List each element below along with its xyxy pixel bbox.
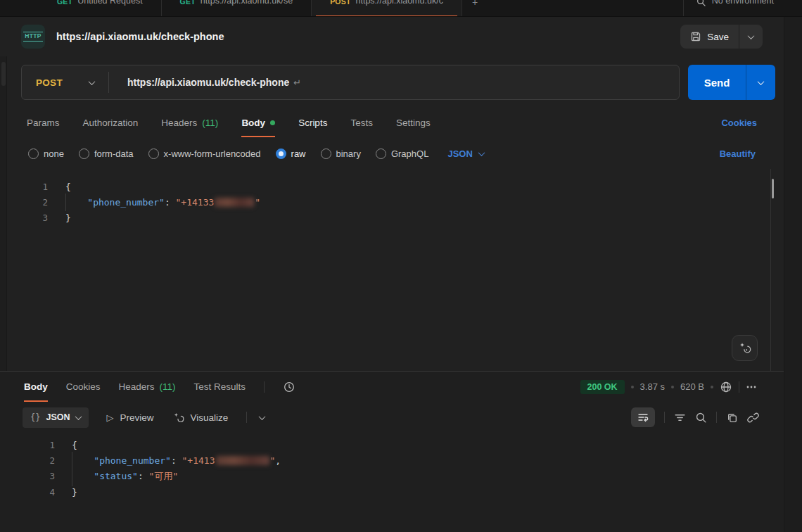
tab-settings[interactable]: Settings bbox=[396, 107, 431, 138]
url-input[interactable]: https://api.xiaomu.uk/check-phone↵ bbox=[109, 77, 301, 88]
link-icon bbox=[747, 412, 759, 424]
preview-button[interactable]: ▷ Preview bbox=[107, 412, 154, 423]
play-outline-icon: ▷ bbox=[107, 412, 114, 423]
tab-tests[interactable]: Tests bbox=[350, 107, 373, 138]
editor-scrollbar-thumb[interactable] bbox=[772, 179, 774, 198]
tab-body[interactable]: Body bbox=[241, 107, 275, 138]
method-selector[interactable]: POST bbox=[22, 77, 108, 88]
tab-label: https://api.xiaomu.uk/c bbox=[356, 0, 443, 6]
copy-response-button[interactable] bbox=[726, 412, 738, 424]
response-body-editor[interactable]: 1{2 "phone_number": "+1413",3 "status": … bbox=[0, 433, 784, 532]
filter-icon bbox=[674, 412, 686, 424]
redacted-value bbox=[216, 456, 269, 465]
radio-form-data[interactable]: form-data bbox=[79, 148, 134, 159]
tab-label: https://api.xiaomu.uk/se bbox=[200, 0, 293, 6]
send-button[interactable]: Send bbox=[688, 65, 746, 100]
new-tab-button[interactable]: + bbox=[472, 0, 478, 8]
search-response-button[interactable] bbox=[695, 412, 707, 424]
response-history-button[interactable] bbox=[283, 381, 295, 393]
divider bbox=[664, 412, 665, 423]
floppy-disk-icon bbox=[690, 31, 701, 42]
code-line: 3 "status": "可用" bbox=[0, 469, 784, 484]
tab-authorization[interactable]: Authorization bbox=[83, 107, 139, 138]
headers-count: (11) bbox=[202, 118, 218, 128]
chevron-down-icon bbox=[89, 78, 96, 85]
save-button[interactable]: Save bbox=[680, 25, 739, 49]
response-tab-cookies[interactable]: Cookies bbox=[66, 372, 101, 403]
code-line: 4} bbox=[0, 484, 784, 500]
radio-icon bbox=[321, 148, 331, 159]
method-value: POST bbox=[36, 77, 63, 88]
radio-graphql[interactable]: GraphQL bbox=[376, 148, 428, 159]
network-info-button[interactable] bbox=[720, 381, 732, 393]
filter-button[interactable] bbox=[674, 412, 686, 424]
url-row: POST https://api.xiaomu.uk/check-phone↵ … bbox=[0, 56, 784, 100]
api-client-window: GET Untitled Request GET https://api.xia… bbox=[0, 0, 802, 532]
format-value: JSON bbox=[46, 412, 70, 422]
save-label: Save bbox=[707, 32, 729, 42]
modified-dot-icon bbox=[270, 120, 275, 125]
radio-icon bbox=[148, 148, 159, 159]
send-split-button: Send bbox=[688, 65, 775, 100]
wrap-text-icon bbox=[637, 412, 649, 423]
divider bbox=[739, 381, 739, 393]
response-meta: 200 OK 3.87 s 620 B bbox=[580, 380, 760, 394]
response-more-options-button[interactable] bbox=[746, 381, 757, 393]
radio-x-www-form-urlencoded[interactable]: x-www-form-urlencoded bbox=[148, 148, 261, 159]
request-tabs: Params Authorization Headers (11) Body S… bbox=[0, 107, 784, 138]
request-tab-3-active[interactable]: POST https://api.xiaomu.uk/c bbox=[312, 0, 462, 17]
toolbar-chevron-down-icon[interactable] bbox=[259, 413, 266, 420]
request-title: https://api.xiaomu.uk/check-phone bbox=[56, 31, 224, 42]
chevron-down-icon bbox=[478, 149, 485, 156]
body-type-row: none form-data x-www-form-urlencoded raw… bbox=[0, 138, 784, 169]
response-tab-body[interactable]: Body bbox=[24, 372, 48, 403]
raw-format-selector[interactable]: JSON bbox=[447, 148, 483, 159]
radio-none[interactable]: none bbox=[28, 148, 64, 159]
status-badge[interactable]: 200 OK bbox=[580, 380, 625, 394]
wrap-text-button[interactable] bbox=[631, 407, 655, 427]
request-pane: HTTP https://api.xiaomu.uk/check-phone S… bbox=[0, 17, 784, 532]
line-number: 3 bbox=[20, 213, 48, 223]
code-line: 1{ bbox=[0, 437, 784, 452]
url-input-container: POST https://api.xiaomu.uk/check-phone↵ bbox=[21, 65, 680, 100]
code-line: 1{ bbox=[0, 179, 770, 194]
code-line: 2 "phone_number": "+1413", bbox=[0, 452, 784, 468]
request-tab-2[interactable]: GET https://api.xiaomu.uk/se bbox=[162, 0, 312, 17]
cookies-link[interactable]: Cookies bbox=[721, 118, 757, 128]
postbot-button[interactable] bbox=[732, 335, 758, 361]
code-line: 3} bbox=[0, 210, 770, 226]
visualize-button[interactable]: Visualize bbox=[172, 412, 229, 424]
save-options-button[interactable] bbox=[739, 25, 763, 49]
request-header: HTTP https://api.xiaomu.uk/check-phone S… bbox=[0, 17, 784, 56]
chevron-down-icon bbox=[75, 413, 82, 420]
globe-icon bbox=[720, 381, 732, 393]
send-options-button[interactable] bbox=[746, 65, 775, 100]
radio-binary[interactable]: binary bbox=[321, 148, 361, 159]
radio-icon bbox=[79, 148, 89, 159]
tab-label: Untitled Request bbox=[77, 0, 142, 6]
radio-raw-selected[interactable]: raw bbox=[276, 148, 306, 159]
dot-separator-icon bbox=[671, 386, 674, 388]
enter-hint-icon: ↵ bbox=[293, 77, 301, 88]
response-tab-test-results[interactable]: Test Results bbox=[194, 372, 246, 403]
response-pane: Body Cookies Headers (11) Test Results 2… bbox=[0, 371, 784, 532]
line-number: 2 bbox=[20, 455, 55, 466]
radio-icon bbox=[276, 148, 286, 159]
environment-label: No environment bbox=[712, 0, 774, 6]
response-tab-headers[interactable]: Headers (11) bbox=[119, 372, 176, 403]
share-link-button[interactable] bbox=[747, 412, 759, 424]
response-tabs: Body Cookies Headers (11) Test Results 2… bbox=[0, 372, 784, 402]
http-request-icon: HTTP bbox=[21, 25, 45, 49]
line-number: 1 bbox=[20, 440, 55, 450]
tab-scripts[interactable]: Scripts bbox=[298, 107, 327, 138]
format-value: JSON bbox=[447, 148, 472, 159]
beautify-link[interactable]: Beautify bbox=[720, 148, 756, 159]
tab-headers[interactable]: Headers (11) bbox=[161, 107, 218, 138]
request-body-editor[interactable]: 1{2 "phone_number": "+14133"3} bbox=[0, 169, 771, 371]
response-format-selector[interactable]: {} JSON bbox=[23, 407, 89, 428]
line-number: 2 bbox=[20, 197, 48, 208]
environment-selector[interactable]: No environment bbox=[683, 0, 774, 17]
tab-params[interactable]: Params bbox=[27, 107, 60, 138]
search-icon bbox=[695, 412, 707, 424]
request-tab-1[interactable]: GET Untitled Request bbox=[39, 0, 162, 17]
